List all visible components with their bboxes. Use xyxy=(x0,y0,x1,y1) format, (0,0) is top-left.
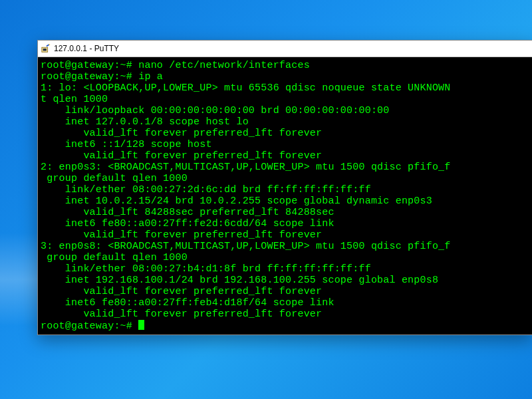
terminal-prompt: root@gateway:~# xyxy=(41,321,138,332)
terminal-cursor xyxy=(138,320,144,330)
window-titlebar[interactable]: 127.0.0.1 - PuTTY xyxy=(38,41,532,57)
terminal-line: inet6 fe80::a00:27ff:fe2d:6cdd/64 scope … xyxy=(41,218,530,229)
terminal-line: root@gateway:~# nano /etc/network/interf… xyxy=(41,60,530,71)
svg-rect-1 xyxy=(43,49,47,51)
terminal-line: link/ether 08:00:27:b4:d1:8f brd ff:ff:f… xyxy=(41,263,530,275)
terminal-line: 2: enp0s3: <BROADCAST,MULTICAST,UP,LOWER… xyxy=(41,162,530,173)
terminal-line: valid_lft forever preferred_lft forever xyxy=(41,286,530,297)
terminal-line: valid_lft forever preferred_lft forever xyxy=(41,229,530,241)
terminal-line: valid_lft forever preferred_lft forever xyxy=(41,128,530,139)
terminal-line: group default qlen 1000 xyxy=(41,252,530,263)
terminal-line: link/loopback 00:00:00:00:00:00 brd 00:0… xyxy=(41,105,530,116)
terminal-line: t qlen 1000 xyxy=(41,94,530,105)
window-title: 127.0.0.1 - PuTTY xyxy=(54,44,119,53)
terminal-line: inet6 fe80::a00:27ff:feb4:d18f/64 scope … xyxy=(41,297,530,309)
terminal-area[interactable]: root@gateway:~# nano /etc/network/interf… xyxy=(38,57,532,334)
terminal-line: link/ether 08:00:27:2d:6c:dd brd ff:ff:f… xyxy=(41,184,530,196)
terminal-line: inet 127.0.0.1/8 scope host lo xyxy=(41,116,530,128)
putty-icon xyxy=(41,43,51,54)
terminal-line: group default qlen 1000 xyxy=(41,173,530,184)
terminal-line: inet 10.0.2.15/24 brd 10.0.2.255 scope g… xyxy=(41,196,530,207)
terminal-prompt-line: root@gateway:~# xyxy=(41,320,530,332)
terminal-line: 1: lo: <LOOPBACK,UP,LOWER_UP> mtu 65536 … xyxy=(41,82,530,94)
terminal-line: valid_lft 84288sec preferred_lft 84288se… xyxy=(41,207,530,218)
terminal-line: inet6 ::1/128 scope host xyxy=(41,139,530,150)
svg-point-3 xyxy=(49,44,50,45)
terminal-line: inet 192.168.100.1/24 brd 192.168.100.25… xyxy=(41,275,530,286)
terminal-line: valid_lft forever preferred_lft forever xyxy=(41,150,530,162)
terminal-line: 3: enp0s8: <BROADCAST,MULTICAST,UP,LOWER… xyxy=(41,241,530,252)
terminal-line: valid_lft forever preferred_lft forever xyxy=(41,309,530,320)
terminal-line: root@gateway:~# ip a xyxy=(41,71,530,82)
putty-window: 127.0.0.1 - PuTTY root@gateway:~# nano /… xyxy=(37,40,532,335)
